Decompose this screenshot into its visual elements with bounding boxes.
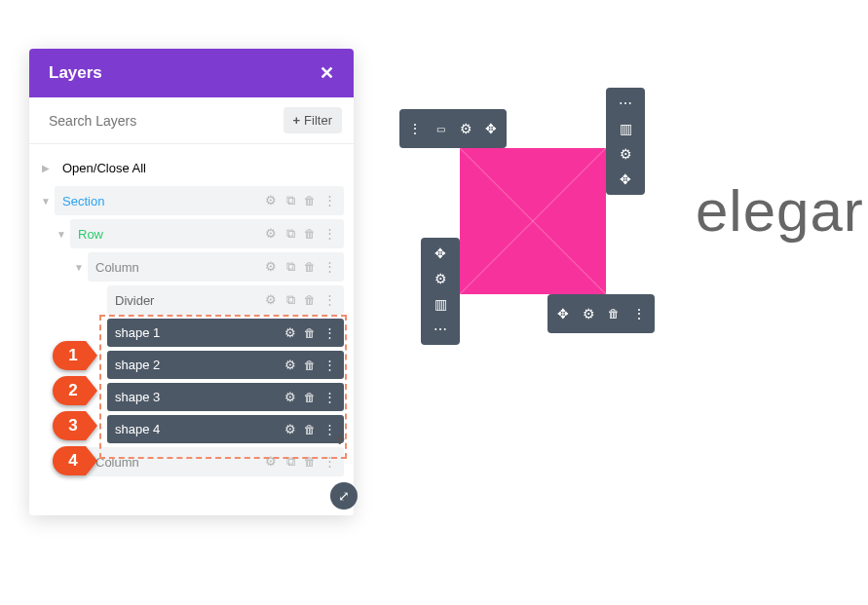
layer-label: Row [78,227,264,242]
layer-row[interactable]: Row [70,219,344,248]
trash-icon[interactable] [303,292,317,308]
callout-badge-1: 1 [53,341,97,370]
trash-icon[interactable] [303,325,317,340]
plus-icon: + [293,113,301,128]
caret-icon[interactable]: ▶ [39,162,53,175]
layer-label: Column [95,455,264,470]
move-icon[interactable] [433,246,448,261]
move-icon[interactable] [483,121,499,136]
callout-badge-4: 4 [53,446,97,475]
open-close-all-toggle[interactable]: Open/Close All [55,154,344,182]
caret-icon[interactable]: ▼ [39,194,53,208]
filter-button[interactable]: + Filter [283,107,342,133]
layer-column[interactable]: Column [88,447,344,476]
more-icon[interactable] [322,226,336,242]
duplicate-icon[interactable] [283,292,297,308]
more-icon[interactable] [322,390,336,404]
layer-label: shape 4 [115,422,283,436]
gear-icon[interactable] [458,121,473,136]
layer-column[interactable]: Column [88,252,344,282]
column-toolbar-left [421,238,460,345]
layer-label: Column [95,260,264,275]
gear-icon[interactable] [264,193,278,208]
resize-handle[interactable] [330,482,358,510]
layer-label: shape 1 [115,325,283,340]
brand-text: elegar [696,177,864,245]
column-icon[interactable] [618,121,633,136]
gear-icon[interactable] [433,271,448,286]
duplicate-icon[interactable] [283,259,297,275]
module-toolbar-bottom [547,294,655,333]
layer-label: shape 3 [115,390,283,404]
gear-icon[interactable] [264,259,278,275]
more-icon[interactable] [433,321,448,337]
trash-icon[interactable] [303,193,317,208]
callout-badge-2: 2 [53,376,97,405]
search-input[interactable] [49,113,283,129]
column-icon[interactable] [433,296,448,312]
trash-icon[interactable] [606,306,622,321]
row-icon[interactable] [433,121,448,136]
close-icon[interactable]: ✕ [320,62,334,84]
trash-icon[interactable] [303,358,317,372]
caret-icon[interactable]: ▼ [55,227,68,241]
move-icon[interactable] [555,306,571,321]
gear-icon[interactable] [283,422,297,436]
more-icon[interactable] [322,358,336,372]
more-icon[interactable] [618,95,633,111]
section-toolbar-top [399,109,507,148]
trash-icon[interactable] [303,226,317,242]
gear-icon[interactable] [283,358,297,372]
badge-number: 1 [68,346,77,365]
trash-icon[interactable] [303,422,317,436]
layer-shape-4[interactable]: shape 4 [107,415,344,443]
badge-number: 2 [68,381,77,400]
layer-shape-3[interactable]: shape 3 [107,383,344,411]
gear-icon[interactable] [264,292,278,308]
badge-number: 4 [68,451,77,471]
resize-icon [338,488,350,504]
panel-header: Layers ✕ [29,49,354,97]
duplicate-icon[interactable] [283,454,297,470]
layer-section[interactable]: Section [55,186,344,215]
panel-searchbar: + Filter [29,97,354,144]
gear-icon[interactable] [264,454,278,470]
callout-badge-3: 3 [53,411,97,440]
more-icon[interactable] [322,193,336,208]
trash-icon[interactable] [303,259,317,275]
more-icon[interactable] [322,454,336,470]
layer-label: Section [62,194,264,208]
layer-shape-2[interactable]: shape 2 [107,351,344,379]
gear-icon[interactable] [264,226,278,242]
move-icon[interactable] [618,171,633,187]
layer-shape-1[interactable]: shape 1 [107,319,344,347]
layer-label: Divider [115,293,264,308]
filter-label: Filter [304,113,332,128]
more-icon[interactable] [322,259,336,275]
open-close-all-label: Open/Close All [62,161,336,175]
selected-shape[interactable] [460,148,606,294]
duplicate-icon[interactable] [283,226,297,242]
trash-icon[interactable] [303,454,317,470]
layer-label: shape 2 [115,358,283,372]
gear-icon[interactable] [283,390,297,404]
add-icon[interactable]: + [334,430,345,450]
column-toolbar-right [606,88,645,195]
gear-icon[interactable] [283,325,297,340]
duplicate-icon[interactable] [283,193,297,208]
gear-icon[interactable] [618,146,633,162]
gear-icon[interactable] [581,306,596,321]
layer-divider[interactable]: Divider [107,285,344,315]
badge-number: 3 [68,416,77,435]
more-icon[interactable] [631,306,647,321]
more-icon[interactable] [322,292,336,308]
more-icon[interactable] [322,325,336,340]
caret-icon[interactable]: ▼ [72,260,86,274]
more-icon[interactable] [407,121,423,136]
trash-icon[interactable] [303,390,317,404]
panel-title: Layers [49,63,102,83]
